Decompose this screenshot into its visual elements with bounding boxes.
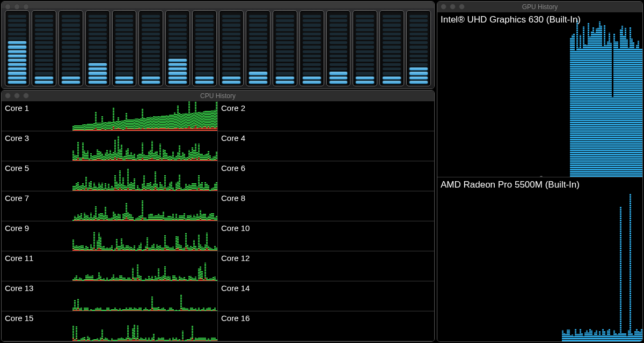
core-label: Core 10 bbox=[221, 223, 250, 233]
core-cell: Core 12 bbox=[218, 251, 434, 281]
traffic-lights[interactable] bbox=[5, 4, 29, 10]
gauge-core-5 bbox=[112, 10, 137, 86]
core-label: Core 15 bbox=[5, 314, 33, 323]
core-cell: Core 1 bbox=[2, 101, 218, 131]
cpu-gauge-window[interactable] bbox=[1, 1, 435, 89]
core-label: Core 1 bbox=[5, 103, 29, 113]
zoom-icon[interactable] bbox=[23, 93, 29, 99]
core-label: Core 2 bbox=[221, 103, 245, 113]
zoom-icon[interactable] bbox=[459, 4, 465, 10]
gauge-core-8 bbox=[192, 10, 217, 86]
core-label: Core 11 bbox=[5, 253, 33, 263]
minimize-icon[interactable] bbox=[14, 4, 20, 10]
core-label: Core 7 bbox=[5, 193, 29, 203]
gauge-core-14 bbox=[353, 10, 377, 86]
gauge-core-12 bbox=[299, 10, 324, 86]
zoom-icon[interactable] bbox=[23, 4, 29, 10]
close-icon[interactable] bbox=[5, 4, 11, 10]
minimize-icon[interactable] bbox=[450, 4, 456, 10]
core-cell: Core 10 bbox=[218, 221, 434, 251]
gauge-core-6 bbox=[138, 10, 163, 86]
core-label: Core 14 bbox=[221, 284, 250, 293]
traffic-lights[interactable] bbox=[5, 93, 29, 99]
gauge-core-4 bbox=[85, 10, 110, 86]
core-cell: Core 4 bbox=[218, 131, 434, 161]
titlebar[interactable] bbox=[2, 2, 434, 8]
core-cell: Core 6 bbox=[218, 161, 434, 191]
close-icon[interactable] bbox=[441, 4, 447, 10]
core-label: Core 16 bbox=[221, 314, 250, 323]
gauge-core-10 bbox=[246, 10, 270, 86]
gpu-history-window[interactable]: GPU History Intel® UHD Graphics 630 (Bui… bbox=[437, 1, 643, 342]
core-cell: Core 16 bbox=[218, 311, 434, 341]
core-cell: Core 9 bbox=[2, 221, 218, 251]
titlebar[interactable]: CPU History bbox=[2, 91, 434, 101]
gauge-core-13 bbox=[326, 10, 351, 86]
gauge-core-9 bbox=[219, 10, 244, 86]
core-label: Core 13 bbox=[5, 284, 33, 293]
core-label: Core 6 bbox=[221, 163, 245, 173]
gauge-row bbox=[2, 8, 434, 88]
traffic-lights[interactable] bbox=[441, 4, 465, 10]
gpu-panel: Intel® UHD Graphics 630 (Built-In) bbox=[437, 12, 642, 177]
gpu-body: Intel® UHD Graphics 630 (Built-In)AMD Ra… bbox=[437, 12, 642, 341]
core-cell: Core 5 bbox=[2, 161, 218, 191]
core-label: Core 3 bbox=[5, 133, 29, 143]
cpu-history-window[interactable]: CPU History Core 1Core 2Core 3Core 4Core… bbox=[1, 90, 435, 342]
minimize-icon[interactable] bbox=[14, 93, 20, 99]
core-cell: Core 8 bbox=[218, 191, 434, 221]
gauge-core-1 bbox=[5, 10, 30, 86]
gauge-core-15 bbox=[379, 10, 404, 86]
core-label: Core 12 bbox=[221, 253, 250, 263]
core-cell: Core 13 bbox=[2, 281, 218, 311]
window-title: GPU History bbox=[522, 3, 558, 11]
core-label: Core 5 bbox=[5, 163, 29, 173]
core-cell: Core 15 bbox=[2, 311, 218, 341]
titlebar[interactable]: GPU History bbox=[437, 2, 642, 12]
gauge-core-2 bbox=[32, 10, 56, 86]
gpu-panel: AMD Radeon Pro 5500M (Built-In) bbox=[437, 177, 642, 342]
gauge-core-16 bbox=[406, 10, 431, 86]
gauge-core-11 bbox=[273, 10, 297, 86]
core-label: Core 4 bbox=[221, 133, 245, 143]
cpu-grid: Core 1Core 2Core 3Core 4Core 5Core 6Core… bbox=[2, 101, 434, 341]
close-icon[interactable] bbox=[5, 93, 11, 99]
core-label: Core 8 bbox=[221, 193, 245, 203]
gauge-core-7 bbox=[165, 10, 190, 86]
window-title: CPU History bbox=[200, 92, 236, 100]
gpu-label: Intel® UHD Graphics 630 (Built-In) bbox=[441, 14, 581, 25]
core-label: Core 9 bbox=[5, 223, 29, 233]
gpu-label: AMD Radeon Pro 5500M (Built-In) bbox=[441, 180, 580, 190]
core-cell: Core 14 bbox=[218, 281, 434, 311]
core-cell: Core 11 bbox=[2, 251, 218, 281]
core-cell: Core 7 bbox=[2, 191, 218, 221]
core-cell: Core 3 bbox=[2, 131, 218, 161]
gauge-core-3 bbox=[58, 10, 83, 86]
core-cell: Core 2 bbox=[218, 101, 434, 131]
